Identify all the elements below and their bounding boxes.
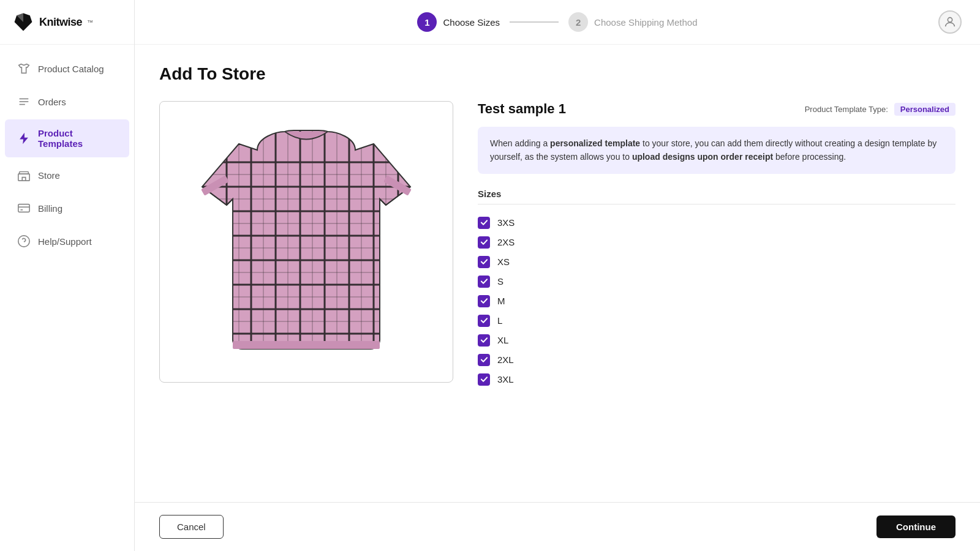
size-item-2xs: 2XS	[478, 233, 956, 252]
checkmark-icon	[480, 336, 488, 344]
size-item-xl: XL	[478, 331, 956, 350]
sizes-divider	[478, 204, 956, 204]
product-header: Test sample 1 Product Template Type: Per…	[478, 101, 956, 117]
sidebar-item-store[interactable]: Store	[5, 160, 129, 190]
sidebar-label-billing: Billing	[38, 203, 62, 214]
size-item-l: L	[478, 311, 956, 331]
size-item-3xs: 3XS	[478, 213, 956, 233]
sidebar-label-store: Store	[38, 170, 60, 181]
size-checkbox-2xs[interactable]	[478, 236, 490, 249]
step-2-label: Choose Shipping Method	[594, 17, 697, 28]
svg-point-11	[948, 18, 952, 22]
checkmark-icon	[480, 375, 488, 383]
checkmark-icon	[480, 356, 488, 364]
size-item-m: M	[478, 291, 956, 311]
product-details: Test sample 1 Product Template Type: Per…	[478, 101, 956, 389]
sizes-heading: Sizes	[478, 189, 956, 199]
product-layout: Test sample 1 Product Template Type: Per…	[159, 101, 956, 389]
size-label-m: M	[497, 296, 505, 306]
sidebar-item-billing[interactable]: Billing	[5, 193, 129, 223]
size-label-s: S	[497, 276, 503, 287]
size-item-2xl: 2XL	[478, 350, 956, 370]
brand-tm: ™	[87, 19, 93, 26]
size-label-3xl: 3XL	[497, 374, 514, 384]
size-item-xs: XS	[478, 252, 956, 272]
stepper: 1 Choose Sizes 2 Choose Shipping Method	[417, 12, 697, 32]
main-content: 1 Choose Sizes 2 Choose Shipping Method …	[135, 0, 980, 551]
size-checkbox-3xs[interactable]	[478, 217, 490, 229]
step-1: 1 Choose Sizes	[417, 12, 500, 32]
checkmark-icon	[480, 219, 488, 227]
size-label-l: L	[497, 315, 502, 326]
cancel-button[interactable]: Cancel	[159, 515, 224, 539]
size-label-3xs: 3XS	[497, 217, 514, 228]
size-label-2xl: 2XL	[497, 354, 514, 365]
lightning-icon	[17, 132, 31, 145]
size-checkbox-s[interactable]	[478, 276, 490, 288]
orders-icon	[17, 95, 31, 108]
logo[interactable]: Knitwise ™	[0, 0, 134, 45]
sidebar-label-product-templates: Product Templates	[38, 128, 117, 149]
step-2: 2 Choose Shipping Method	[568, 12, 697, 32]
size-checkbox-m[interactable]	[478, 295, 490, 307]
sidebar-label-orders: Orders	[38, 97, 66, 107]
info-text-3: before processing.	[773, 152, 846, 162]
size-checkbox-l[interactable]	[478, 315, 490, 327]
template-type-row: Product Template Type: Personalized	[805, 103, 956, 116]
size-checkbox-xs[interactable]	[478, 256, 490, 268]
avatar-icon	[943, 15, 957, 29]
checkmark-icon	[480, 277, 488, 285]
step-2-circle: 2	[568, 12, 588, 32]
sizes-section: Sizes 3XS 2XS	[478, 189, 956, 389]
sidebar: Knitwise ™ Product Catalog Orders Produc…	[0, 0, 135, 551]
svg-point-9	[18, 236, 29, 247]
size-checkbox-xl[interactable]	[478, 334, 490, 347]
size-item-3xl: 3XL	[478, 370, 956, 389]
user-avatar[interactable]	[938, 10, 962, 34]
continue-button[interactable]: Continue	[876, 515, 956, 538]
product-image-box	[159, 101, 453, 383]
info-bold-1: personalized template	[550, 138, 640, 148]
sidebar-label-help: Help/Support	[38, 236, 92, 247]
svg-rect-42	[233, 341, 380, 349]
checkmark-icon	[480, 317, 488, 324]
checkmark-icon	[480, 258, 488, 266]
sidebar-item-product-templates[interactable]: Product Templates	[5, 119, 129, 157]
checkmark-icon	[480, 238, 488, 246]
sweater-image	[178, 113, 435, 370]
sidebar-label-product-catalog: Product Catalog	[38, 64, 104, 74]
info-bold-2: upload designs upon order receipt	[632, 152, 773, 162]
content-area: Add To Store	[135, 45, 980, 502]
sidebar-item-orders[interactable]: Orders	[5, 86, 129, 117]
size-checkbox-3xl[interactable]	[478, 373, 490, 386]
product-name: Test sample 1	[478, 101, 566, 117]
size-label-xl: XL	[497, 335, 508, 345]
sidebar-item-product-catalog[interactable]: Product Catalog	[5, 53, 129, 84]
svg-rect-6	[18, 204, 29, 212]
logo-icon	[12, 11, 34, 33]
tshirt-icon	[17, 62, 31, 75]
brand-name: Knitwise	[39, 16, 82, 29]
help-icon	[17, 234, 31, 248]
size-label-2xs: 2XS	[497, 237, 514, 247]
size-checkbox-2xl[interactable]	[478, 354, 490, 366]
template-type-badge: Personalized	[894, 103, 956, 116]
step-1-label: Choose Sizes	[443, 17, 500, 28]
store-icon	[17, 168, 31, 182]
page-title: Add To Store	[159, 64, 956, 84]
billing-icon	[17, 201, 31, 215]
sidebar-item-help[interactable]: Help/Support	[5, 226, 129, 257]
sidebar-nav: Product Catalog Orders Product Templates…	[0, 45, 134, 265]
topbar: 1 Choose Sizes 2 Choose Shipping Method	[135, 0, 980, 45]
template-type-label: Product Template Type:	[805, 105, 888, 114]
step-1-circle: 1	[417, 12, 437, 32]
info-box: When adding a personalized template to y…	[478, 127, 956, 174]
size-label-xs: XS	[497, 257, 510, 267]
size-item-s: S	[478, 272, 956, 291]
checkmark-icon	[480, 297, 488, 305]
footer: Cancel Continue	[135, 502, 980, 551]
step-connector	[510, 21, 559, 23]
info-text-1: When adding a	[490, 138, 550, 148]
